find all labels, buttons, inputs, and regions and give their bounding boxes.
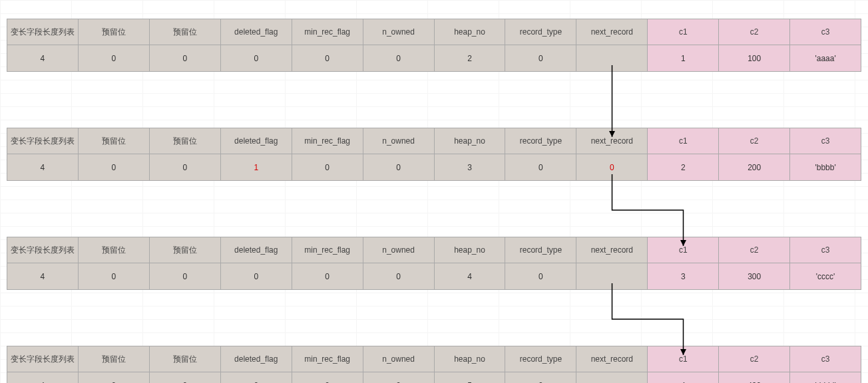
header-cell: c2 — [719, 128, 789, 154]
col-n_owned: n_owned0 — [363, 237, 435, 290]
value-cell: 4 — [648, 372, 718, 383]
header-cell: 预留位 — [79, 128, 149, 154]
col-heap_no: heap_no4 — [435, 237, 506, 290]
value-cell: 2 — [435, 45, 505, 72]
value-cell: 0 — [79, 372, 149, 383]
header-cell: next_record — [576, 19, 647, 45]
header-cell: deleted_flag — [221, 346, 292, 372]
col-n_owned: n_owned0 — [363, 19, 435, 72]
header-cell: next_record — [576, 237, 647, 263]
value-cell: 5 — [435, 372, 505, 383]
header-cell: min_rec_flag — [292, 128, 363, 154]
value-cell: 0 — [292, 154, 363, 181]
col-record_type: record_type0 — [505, 19, 576, 72]
value-cell: 0 — [576, 154, 647, 181]
col-record_type: record_type0 — [505, 346, 576, 383]
col-c2: c2400 — [719, 346, 790, 383]
header-cell: c2 — [719, 19, 789, 45]
col-预留位: 预留位0 — [79, 128, 150, 181]
value-cell: 0 — [363, 372, 434, 383]
col-c1: c13 — [648, 237, 719, 290]
header-cell: record_type — [505, 128, 576, 154]
col-c2: c2100 — [719, 19, 790, 72]
col-min_rec_flag: min_rec_flag0 — [292, 19, 363, 72]
header-cell: n_owned — [363, 346, 434, 372]
header-cell: 预留位 — [150, 237, 220, 263]
col-c1: c11 — [648, 19, 719, 72]
col-min_rec_flag: min_rec_flag0 — [292, 237, 363, 290]
col-变长字段长度列表: 变长字段长度列表4 — [7, 128, 79, 181]
col-next_record: next_record0 — [576, 128, 648, 181]
value-cell: 0 — [505, 154, 576, 181]
header-cell: record_type — [505, 346, 576, 372]
header-cell: heap_no — [435, 19, 505, 45]
col-next_record: next_record — [576, 237, 648, 290]
header-cell: c3 — [790, 19, 861, 45]
value-cell: 300 — [719, 263, 789, 290]
col-record_type: record_type0 — [505, 128, 576, 181]
header-cell: c2 — [719, 237, 789, 263]
header-cell: c2 — [719, 346, 789, 372]
col-c2: c2300 — [719, 237, 790, 290]
col-deleted_flag: deleted_flag0 — [221, 346, 292, 383]
value-cell: 0 — [221, 45, 292, 72]
col-预留位: 预留位0 — [150, 19, 221, 72]
header-cell: n_owned — [363, 237, 434, 263]
value-cell: 0 — [79, 45, 149, 72]
header-cell: 预留位 — [150, 128, 220, 154]
col-next_record: next_record — [576, 19, 648, 72]
header-cell: c3 — [790, 346, 861, 372]
value-cell — [576, 372, 647, 383]
col-变长字段长度列表: 变长字段长度列表4 — [7, 237, 79, 290]
col-n_owned: n_owned0 — [363, 346, 435, 383]
header-cell: next_record — [576, 346, 647, 372]
header-cell: 变长字段长度列表 — [7, 237, 78, 263]
header-cell: c1 — [648, 346, 718, 372]
records-container: 变长字段长度列表4预留位0预留位0deleted_flag0min_rec_fl… — [7, 19, 861, 383]
value-cell: 0 — [221, 263, 292, 290]
value-cell: 0 — [292, 263, 363, 290]
header-cell: 变长字段长度列表 — [7, 128, 78, 154]
value-cell: 4 — [435, 263, 505, 290]
col-heap_no: heap_no3 — [435, 128, 506, 181]
header-cell: next_record — [576, 128, 647, 154]
header-cell: heap_no — [435, 346, 505, 372]
value-cell: 1 — [221, 154, 292, 181]
value-cell: 0 — [150, 372, 220, 383]
record-row: 变长字段长度列表4预留位0预留位0deleted_flag0min_rec_fl… — [7, 237, 861, 290]
header-cell: c3 — [790, 237, 861, 263]
header-cell: c1 — [648, 19, 718, 45]
value-cell: 3 — [648, 263, 718, 290]
value-cell: 'aaaa' — [790, 45, 861, 72]
record-row: 变长字段长度列表4预留位0预留位0deleted_flag1min_rec_fl… — [7, 128, 861, 181]
header-cell: deleted_flag — [221, 19, 292, 45]
col-预留位: 预留位0 — [150, 346, 221, 383]
col-c3: c3'dddd' — [790, 346, 861, 383]
value-cell: 0 — [292, 45, 363, 72]
value-cell: 'cccc' — [790, 263, 861, 290]
value-cell: 0 — [505, 263, 576, 290]
header-cell: 变长字段长度列表 — [7, 19, 78, 45]
col-c2: c2200 — [719, 128, 790, 181]
value-cell: 1 — [648, 45, 718, 72]
value-cell: 4 — [7, 263, 78, 290]
header-cell: n_owned — [363, 19, 434, 45]
col-预留位: 预留位0 — [79, 19, 150, 72]
value-cell: 0 — [505, 372, 576, 383]
value-cell: 0 — [363, 263, 434, 290]
col-c3: c3'bbbb' — [790, 128, 861, 181]
header-cell: c1 — [648, 128, 718, 154]
header-cell: c1 — [648, 237, 718, 263]
value-cell: 'bbbb' — [790, 154, 861, 181]
value-cell: 2 — [648, 154, 718, 181]
col-c1: c14 — [648, 346, 719, 383]
header-cell: deleted_flag — [221, 128, 292, 154]
header-cell: c3 — [790, 128, 861, 154]
col-deleted_flag: deleted_flag0 — [221, 237, 292, 290]
col-预留位: 预留位0 — [150, 128, 221, 181]
col-heap_no: heap_no5 — [435, 346, 506, 383]
header-cell: 预留位 — [150, 346, 220, 372]
col-heap_no: heap_no2 — [435, 19, 506, 72]
value-cell: 4 — [7, 372, 78, 383]
header-cell: heap_no — [435, 128, 505, 154]
